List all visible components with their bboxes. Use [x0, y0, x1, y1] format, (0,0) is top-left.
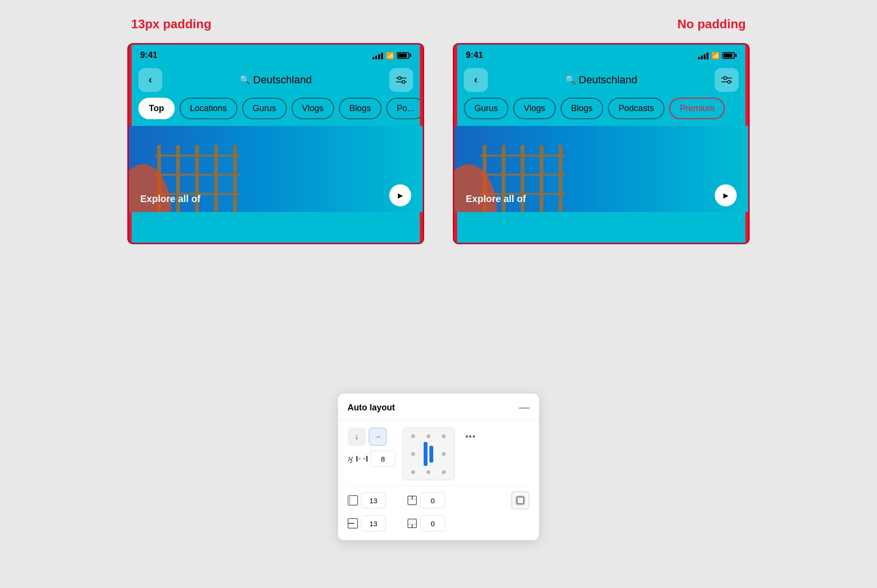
search-area-left: 🔍 Deutschland	[240, 74, 312, 86]
filter-tabs-right: Gurus Vlogs Blogs Podcasts Premium	[454, 98, 748, 126]
padding-bottom-input[interactable]	[420, 515, 445, 531]
play-button-left[interactable]: ▶	[389, 184, 411, 206]
tab-podcasts-right[interactable]: Podcasts	[608, 98, 664, 119]
direction-right-button[interactable]: →	[369, 428, 387, 446]
battery-icon-right	[722, 52, 737, 59]
padding-bottom-icon	[407, 518, 417, 529]
padding-left-input[interactable]	[361, 492, 386, 509]
gap-input[interactable]	[371, 451, 395, 467]
alignment-grid	[402, 428, 455, 480]
phone-header-left: ‹ 🔍 Deutschland	[129, 64, 423, 98]
svg-rect-41	[517, 497, 524, 504]
clip-icon	[516, 496, 525, 505]
tab-blogs-right[interactable]: Blogs	[561, 98, 603, 119]
gap-group: אָָ	[348, 451, 395, 467]
right-padding-label: No padding	[677, 17, 746, 32]
back-button-left[interactable]: ‹	[138, 68, 162, 92]
padding-row-1	[348, 491, 529, 509]
padding-right-icon	[348, 518, 358, 529]
svg-rect-13	[155, 174, 240, 176]
search-icon-left: 🔍	[240, 75, 250, 85]
svg-point-17	[728, 80, 731, 83]
padding-right-group	[348, 515, 386, 531]
tab-more-left[interactable]: Po...	[386, 98, 423, 119]
padding-top-input[interactable]	[420, 492, 445, 509]
clip-content-button[interactable]	[511, 491, 529, 509]
explore-text-left: Explore all of	[140, 193, 201, 204]
signal-icon-left	[372, 52, 383, 59]
padding-row-2	[348, 515, 529, 531]
wifi-icon-right: 📶	[711, 52, 720, 59]
tab-top-left[interactable]: Top	[138, 98, 175, 119]
auto-layout-panel: Auto layout — ↓ → אָָ	[338, 394, 539, 540]
align-center-cell	[422, 442, 435, 466]
padding-bottom-group	[407, 515, 445, 531]
direction-down-button[interactable]: ↓	[348, 428, 366, 446]
panel-divider-1	[348, 486, 529, 486]
svg-point-0	[398, 77, 401, 79]
tab-locations-left[interactable]: Locations	[180, 98, 237, 119]
svg-point-16	[724, 77, 727, 79]
bar-blue-2	[429, 446, 433, 463]
time-left: 9:41	[140, 50, 157, 60]
align-dot-bc	[427, 470, 430, 474]
status-icons-left: 📶	[372, 52, 411, 59]
more-options-button[interactable]: •••	[461, 428, 480, 446]
svg-rect-28	[480, 155, 565, 157]
svg-rect-29	[480, 174, 565, 176]
explore-text-right: Explore all of	[466, 193, 526, 204]
left-padding-label: 13px padding	[131, 17, 212, 32]
align-dot-bl	[411, 470, 415, 474]
svg-rect-33	[366, 456, 368, 462]
panel-collapse-button[interactable]: —	[519, 401, 529, 414]
padding-left-icon	[348, 495, 358, 506]
search-text-left: Deutschland	[253, 74, 312, 86]
play-button-right[interactable]: ▶	[715, 184, 737, 206]
align-dot-tl	[411, 434, 415, 438]
align-dot-mr	[442, 452, 446, 456]
tab-blogs-left[interactable]: Blogs	[339, 98, 382, 119]
signal-icon-right	[698, 52, 708, 59]
status-bar-left: 9:41 📶	[129, 45, 423, 64]
padding-right-input[interactable]	[361, 515, 386, 531]
svg-rect-12	[155, 155, 240, 157]
time-right: 9:41	[466, 50, 483, 60]
tab-gurus-right[interactable]: Gurus	[464, 98, 508, 119]
panel-title: Auto layout	[348, 403, 395, 413]
phone-right: 9:41 📶	[453, 43, 750, 244]
filter-button-right[interactable]	[715, 68, 739, 92]
phone-left: 9:41 📶	[127, 43, 424, 244]
padding-left-group	[348, 492, 386, 509]
direction-group: ↓ →	[348, 428, 395, 446]
align-dot-br	[442, 470, 446, 474]
padding-top-group	[407, 492, 445, 509]
gap-spacer-icon	[356, 454, 368, 464]
svg-point-1	[402, 80, 405, 83]
search-text-right: Deutschland	[579, 74, 637, 86]
filter-tabs-left: Top Locations Gurus Vlogs Blogs Po...	[129, 98, 423, 126]
svg-rect-37	[348, 496, 350, 505]
align-dot-tc	[427, 434, 430, 438]
search-area-right: 🔍 Deutschland	[565, 74, 637, 86]
align-dot-ml	[411, 452, 415, 456]
tab-gurus-left[interactable]: Gurus	[242, 98, 287, 119]
filter-button-left[interactable]	[389, 68, 413, 92]
svg-rect-32	[356, 456, 358, 462]
search-icon-right: 🔍	[565, 75, 576, 85]
bar-blue-1	[424, 442, 427, 466]
wifi-icon-left: 📶	[386, 52, 394, 59]
status-icons-right: 📶	[698, 52, 737, 59]
panel-header: Auto layout —	[338, 394, 539, 421]
phone-header-right: ‹ 🔍 Deutschland	[454, 64, 748, 98]
padding-top-icon	[407, 495, 417, 506]
battery-icon-left	[397, 52, 411, 59]
explore-area-right: Explore all of ▶	[454, 126, 748, 212]
tab-premium-right[interactable]: Premium	[669, 98, 725, 119]
panel-body: ↓ → אָָ	[338, 421, 539, 540]
explore-area-left: Explore all of ▶	[129, 126, 423, 212]
tab-vlogs-right[interactable]: Vlogs	[513, 98, 556, 119]
tab-vlogs-left[interactable]: Vlogs	[292, 98, 334, 119]
layout-row-1: ↓ → אָָ	[348, 428, 529, 480]
status-bar-right: 9:41 📶	[454, 45, 748, 64]
back-button-right[interactable]: ‹	[464, 68, 488, 92]
